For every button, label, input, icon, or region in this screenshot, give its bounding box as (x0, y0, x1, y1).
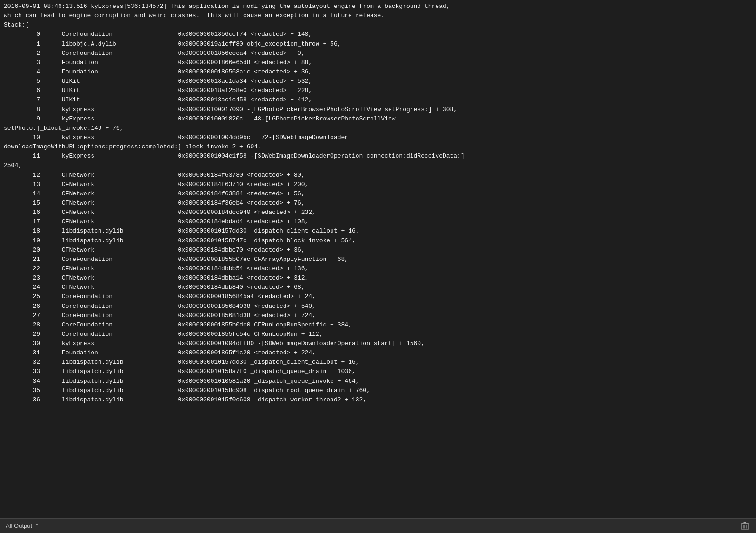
console-line: 12 CFNetwork 0x0000000184f63780 <redacte… (4, 171, 752, 180)
console-line: 18 libdispatch.dylib 0x0000000010157dd30… (4, 227, 752, 236)
console-line: 23 CFNetwork 0x0000000184dbba14 <redacte… (4, 273, 752, 283)
console-line: Stack:( (4, 20, 752, 30)
console-line: 1 libobjc.A.dylib 0x000000019a1cff80 obj… (4, 40, 752, 49)
console-line: 6 UIKit 0x0000000018af258e0 <redacted> +… (4, 86, 752, 95)
console-line: 30 kyExpress 0x00000000001004dff80 -[SDW… (4, 339, 752, 348)
bottom-bar: All Output ⌃ (0, 518, 756, 533)
console-line: 27 CoreFoundation 0x000000000185681d38 <… (4, 311, 752, 320)
console-line: 29 CoreFoundation 0x0000000001855fe54c C… (4, 330, 752, 339)
console-line: 31 Foundation 0x0000000001865f1c20 <reda… (4, 348, 752, 358)
console-line: 22 CFNetwork 0x0000000184dbbb54 <redacte… (4, 264, 752, 273)
console-line: 7 UIKit 0x0000000018ac1c458 <redacted> +… (4, 95, 752, 105)
console-line: 3 Foundation 0x0000000001866e65d8 <redac… (4, 58, 752, 67)
console-line: 13 CFNetwork 0x0000000184f63710 <redacte… (4, 180, 752, 189)
console-line: 32 libdispatch.dylib 0x0000000010157dd30… (4, 358, 752, 367)
console-line: downloadImageWithURL:options:progress:co… (4, 142, 752, 152)
console-line: 9 kyExpress 0x000000010001820c __48-[LGP… (4, 114, 752, 124)
console-line: which can lead to engine corruption and … (4, 11, 752, 20)
trash-button[interactable] (739, 520, 750, 532)
console-line: 33 libdispatch.dylib 0x0000000010158a7f0… (4, 367, 752, 376)
console-line: 19 libdispatch.dylib 0x0000000010158747c… (4, 236, 752, 246)
console-line: 14 CFNetwork 0x0000000184f63884 <redacte… (4, 189, 752, 199)
console-line: 28 CoreFoundation 0x0000000001855b0dc0 C… (4, 320, 752, 330)
console-line: 11 kyExpress 0x000000001004e1f58 -[SDWeb… (4, 152, 752, 161)
console-line: setPhoto:]_block_invoke.149 + 76, (4, 124, 752, 133)
console-line: 2 CoreFoundation 0x000000001856ccea4 <re… (4, 49, 752, 58)
console-line: 2504, (4, 161, 752, 170)
console-line: 35 libdispatch.dylib 0x0000000010158c908… (4, 386, 752, 395)
console-line: 16 CFNetwork 0x000000000184dcc940 <redac… (4, 208, 752, 217)
console-line: 25 CoreFoundation 0x00000000001856845a4 … (4, 292, 752, 301)
all-output-label: All Output (6, 522, 32, 529)
console-line: 20 CFNetwork 0x0000000184dbbc70 <redacte… (4, 246, 752, 255)
console-line: 15 CFNetwork 0x0000000184f36eb4 <redacte… (4, 199, 752, 208)
console-line: 17 CFNetwork 0x0000000184ebdad4 <redacte… (4, 217, 752, 227)
console-line: 4 Foundation 0x000000000186568a1c <redac… (4, 67, 752, 77)
console-line: 0 CoreFoundation 0x000000001856ccf74 <re… (4, 30, 752, 39)
console-line: 36 libdispatch.dylib 0x000000001015f0c60… (4, 395, 752, 405)
console-line: 26 CoreFoundation 0x000000000185684038 <… (4, 302, 752, 311)
console-line: 2016-09-01 08:46:13.516 kyExpress[536:13… (4, 2, 752, 11)
console-line: 21 CoreFoundation 0x0000000001855b07ec C… (4, 255, 752, 264)
console-line: 5 UIKit 0x0000000018ac1da34 <redacted> +… (4, 77, 752, 86)
bottom-bar-left[interactable]: All Output ⌃ (6, 522, 39, 529)
console-line: 24 CFNetwork 0x0000000184dbb840 <redacte… (4, 283, 752, 292)
console-line: 10 kyExpress 0x0000000001004dd9bc __72-[… (4, 133, 752, 142)
console-line: 8 kyExpress 0x0000000100017090 -[LGPhoto… (4, 105, 752, 114)
console-output: 2016-09-01 08:46:13.516 kyExpress[536:13… (0, 0, 756, 518)
chevron-icon: ⌃ (35, 523, 39, 529)
console-line: 34 libdispatch.dylib 0x000000001010581a2… (4, 377, 752, 386)
